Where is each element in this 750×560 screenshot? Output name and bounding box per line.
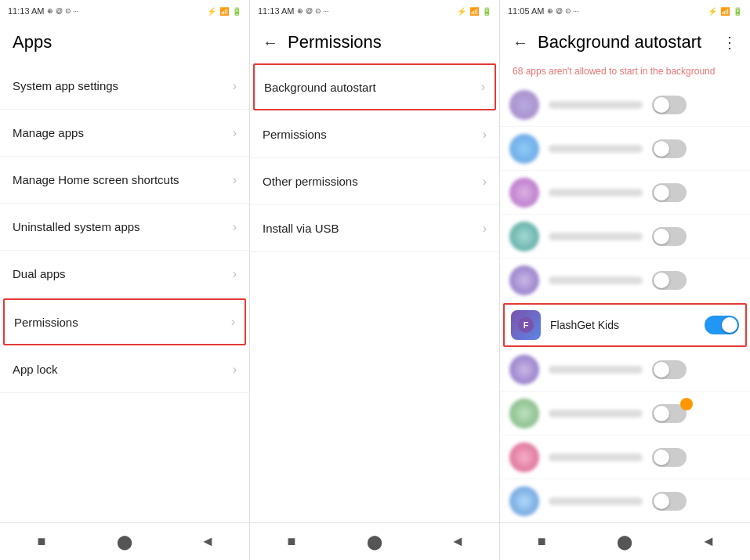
toggle-3[interactable] bbox=[652, 183, 687, 202]
status-icons-left: ⊕ @ ⊙ ··· bbox=[47, 7, 78, 15]
bluetooth-icon-r: ⚡ bbox=[708, 7, 717, 16]
chevron-icon: › bbox=[233, 363, 237, 377]
app-icon-8 bbox=[509, 443, 539, 472]
status-bar-right: 11:05 AM ⊕ @ ⊙ ··· ⚡ 📶 🔋 bbox=[500, 0, 750, 22]
more-menu-button[interactable]: ⋮ bbox=[722, 33, 737, 52]
nav-bar-left: ■ ⬤ ◄ bbox=[0, 522, 249, 560]
battery-icon-r: 🔋 bbox=[733, 7, 742, 16]
app-icon-5 bbox=[509, 266, 539, 295]
page-title-right: Background autostart bbox=[538, 32, 701, 52]
time-right: 11:05 AM bbox=[508, 6, 544, 16]
menu-item-permissions-m[interactable]: Permissions › bbox=[250, 111, 499, 158]
nav-circle-middle[interactable]: ⬤ bbox=[359, 526, 390, 558]
page-title-middle: Permissions bbox=[288, 32, 382, 52]
nav-back-middle[interactable]: ◄ bbox=[442, 526, 473, 558]
chevron-icon: › bbox=[233, 173, 237, 187]
menu-item-label: Uninstalled system apps bbox=[13, 220, 233, 233]
notification-badge bbox=[680, 398, 693, 410]
nav-back-left[interactable]: ◄ bbox=[192, 526, 223, 558]
battery-icon-m: 🔋 bbox=[482, 7, 491, 16]
status-bar-left: 11:13 AM ⊕ @ ⊙ ··· ⚡ 📶 🔋 bbox=[0, 0, 249, 22]
chevron-icon: › bbox=[233, 267, 237, 281]
app-name-3 bbox=[549, 189, 643, 197]
toggle-flashget[interactable] bbox=[705, 316, 739, 334]
toggle-9[interactable] bbox=[652, 492, 687, 511]
app-name-4 bbox=[549, 233, 643, 240]
app-icon-9 bbox=[509, 486, 539, 516]
menu-item-uninstalled-system-apps[interactable]: Uninstalled system apps › bbox=[0, 204, 249, 251]
toggle-2[interactable] bbox=[652, 139, 687, 158]
menu-item-permissions[interactable]: Permissions › bbox=[3, 298, 246, 345]
app-icon-1 bbox=[509, 90, 539, 120]
menu-item-label: Other permissions bbox=[263, 175, 483, 188]
menu-list-middle: Background autostart › Permissions › Oth… bbox=[250, 63, 499, 522]
panel-right: 11:05 AM ⊕ @ ⊙ ··· ⚡ 📶 🔋 ← Background au… bbox=[500, 0, 750, 560]
chevron-icon: › bbox=[483, 175, 487, 189]
time-middle: 11:13 AM bbox=[258, 6, 294, 16]
menu-item-label: Permissions bbox=[263, 128, 483, 141]
status-bar-middle: 11:13 AM ⊕ @ ⊙ ··· ⚡ 📶 🔋 bbox=[250, 0, 499, 22]
svg-text:F: F bbox=[524, 320, 529, 330]
menu-item-manage-home-screen[interactable]: Manage Home screen shortcuts › bbox=[0, 157, 249, 204]
status-right-middle: ⚡ 📶 🔋 bbox=[457, 7, 491, 16]
menu-item-background-autostart[interactable]: Background autostart › bbox=[253, 63, 496, 110]
nav-bar-middle: ■ ⬤ ◄ bbox=[250, 522, 499, 560]
nav-circle-right[interactable]: ⬤ bbox=[609, 526, 640, 558]
app-name-8 bbox=[549, 453, 643, 461]
toggle-8[interactable] bbox=[652, 448, 687, 467]
app-name-9 bbox=[549, 497, 643, 505]
status-icons-middle: ⊕ @ ⊙ ··· bbox=[297, 7, 328, 15]
toolbar-right: ← Background autostart ⋮ bbox=[500, 22, 750, 63]
app-icon-4 bbox=[509, 222, 539, 251]
menu-item-label: Manage Home screen shortcuts bbox=[13, 173, 233, 186]
app-icon-6 bbox=[509, 355, 539, 385]
toggle-6[interactable] bbox=[652, 360, 687, 379]
app-name-7 bbox=[549, 410, 643, 417]
menu-item-label: System app settings bbox=[13, 79, 233, 92]
app-row-8 bbox=[500, 435, 750, 479]
app-icon-flashget: F bbox=[511, 310, 541, 340]
back-button-right[interactable]: ← bbox=[513, 34, 528, 52]
app-name-2 bbox=[549, 145, 643, 153]
time-left: 11:13 AM bbox=[8, 6, 44, 16]
menu-item-label: Install via USB bbox=[263, 222, 483, 235]
status-time-middle: 11:13 AM ⊕ @ ⊙ ··· bbox=[258, 6, 329, 16]
menu-item-dual-apps[interactable]: Dual apps › bbox=[0, 251, 249, 298]
app-row-7 bbox=[500, 392, 750, 435]
toggle-1[interactable] bbox=[652, 96, 687, 114]
panel-left: 11:13 AM ⊕ @ ⊙ ··· ⚡ 📶 🔋 Apps System app… bbox=[0, 0, 250, 560]
menu-item-install-via-usb[interactable]: Install via USB › bbox=[250, 205, 499, 252]
back-button-middle[interactable]: ← bbox=[263, 34, 278, 52]
app-row-3 bbox=[500, 171, 750, 215]
app-icon-2 bbox=[509, 134, 539, 164]
status-icons-right: ⊕ @ ⊙ ··· bbox=[547, 7, 578, 15]
menu-item-manage-apps[interactable]: Manage apps › bbox=[0, 110, 249, 157]
chevron-icon: › bbox=[481, 80, 485, 94]
nav-square-right[interactable]: ■ bbox=[526, 526, 557, 558]
nav-square-left[interactable]: ■ bbox=[26, 526, 57, 558]
toggle-5[interactable] bbox=[652, 271, 687, 290]
menu-item-system-app-settings[interactable]: System app settings › bbox=[0, 63, 249, 110]
menu-item-label: Dual apps bbox=[13, 267, 233, 280]
chevron-icon: › bbox=[483, 222, 487, 236]
menu-item-label: Permissions bbox=[14, 316, 231, 329]
wifi-icon-r: 📶 bbox=[720, 7, 730, 16]
toggle-4[interactable] bbox=[652, 227, 687, 246]
flashget-app-name: FlashGet Kids bbox=[550, 319, 695, 331]
app-list: F FlashGet Kids bbox=[500, 83, 750, 522]
nav-square-middle[interactable]: ■ bbox=[276, 526, 307, 558]
chevron-icon: › bbox=[233, 220, 237, 234]
nav-back-right[interactable]: ◄ bbox=[693, 526, 724, 558]
menu-item-app-lock[interactable]: App lock › bbox=[0, 346, 249, 393]
chevron-icon: › bbox=[233, 79, 237, 93]
panel-middle: 11:13 AM ⊕ @ ⊙ ··· ⚡ 📶 🔋 ← Permissions B… bbox=[250, 0, 500, 560]
app-row-4 bbox=[500, 215, 750, 258]
toggle-7[interactable] bbox=[652, 404, 687, 423]
status-time-left: 11:13 AM ⊕ @ ⊙ ··· bbox=[8, 6, 79, 16]
nav-circle-left[interactable]: ⬤ bbox=[109, 526, 140, 558]
menu-list-left: System app settings › Manage apps › Mana… bbox=[0, 63, 249, 522]
app-row-5 bbox=[500, 258, 750, 302]
status-right-right: ⚡ 📶 🔋 bbox=[708, 7, 742, 16]
toolbar-left: Apps bbox=[0, 22, 249, 63]
menu-item-other-permissions[interactable]: Other permissions › bbox=[250, 158, 499, 205]
